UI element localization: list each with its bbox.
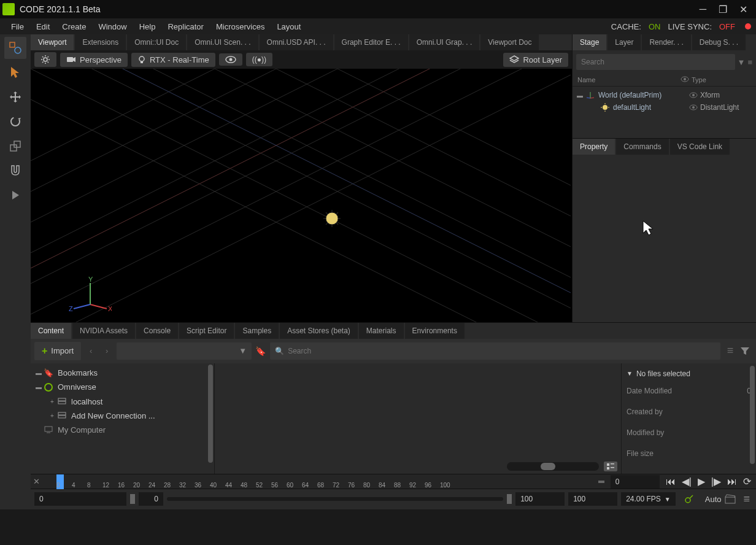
- range-handle-end[interactable]: [507, 494, 512, 504]
- play-button[interactable]: ▶: [698, 476, 705, 487]
- nav-back[interactable]: ‹: [85, 346, 97, 355]
- tab-environments[interactable]: Environments: [405, 323, 465, 339]
- details-header[interactable]: ▼ No files selected: [622, 367, 756, 381]
- nav-forward[interactable]: ›: [101, 346, 113, 355]
- tool-play[interactable]: [4, 184, 26, 206]
- nav-localhost[interactable]: + localhost: [31, 395, 214, 409]
- axis-gizmo[interactable]: X Y Z: [69, 277, 112, 314]
- close-button[interactable]: ✕: [739, 4, 747, 15]
- tab-script-editor[interactable]: Script Editor: [179, 323, 234, 339]
- content-search[interactable]: 🔍: [270, 342, 720, 360]
- maximize-button[interactable]: ❐: [719, 4, 727, 15]
- menu-create[interactable]: Create: [56, 22, 92, 31]
- thumbnail-zoom-slider[interactable]: [507, 462, 599, 471]
- menu-replicator[interactable]: Replicator: [161, 22, 210, 31]
- tab-layer[interactable]: Layer: [608, 34, 641, 50]
- timeline-close-icon[interactable]: ✕: [33, 477, 40, 486]
- viewport-settings-button[interactable]: [34, 52, 56, 67]
- tab-omni-ui-doc[interactable]: Omni::UI Doc: [127, 34, 186, 50]
- expand-icon[interactable]: ▬: [576, 92, 584, 99]
- menu-microservices[interactable]: Microservices: [210, 22, 271, 31]
- light-gizmo[interactable]: [322, 209, 342, 228]
- menu-edit[interactable]: Edit: [30, 22, 56, 31]
- nav-omniverse[interactable]: ▬ Omniverse: [31, 380, 214, 395]
- skip-start-button[interactable]: ⏮: [666, 476, 676, 487]
- tab-commands[interactable]: Commands: [616, 139, 668, 155]
- tool-move[interactable]: [4, 86, 26, 108]
- tab-omni-ui-graph[interactable]: Omni.UI Grap. . .: [409, 34, 480, 50]
- tab-console[interactable]: Console: [136, 323, 178, 339]
- menu-file[interactable]: File: [5, 22, 30, 31]
- timeline-options-icon[interactable]: ≡: [743, 493, 750, 506]
- tab-viewport[interactable]: Viewport: [31, 34, 74, 50]
- tab-graph-editor[interactable]: Graph Editor E. . .: [334, 34, 408, 50]
- view-mode-button[interactable]: [604, 462, 617, 471]
- path-combo[interactable]: ▼: [117, 342, 252, 360]
- scrollbar-thumb[interactable]: [208, 365, 213, 463]
- eye-icon[interactable]: [689, 92, 700, 98]
- tab-extensions[interactable]: Extensions: [75, 34, 126, 50]
- root-layer-button[interactable]: Root Layer: [503, 53, 568, 67]
- tree-row-light[interactable]: defaultLight DistantLight: [573, 101, 756, 114]
- minimize-button[interactable]: ─: [700, 4, 706, 15]
- menu-layout[interactable]: Layout: [271, 22, 307, 31]
- collapse-icon[interactable]: ▬: [34, 369, 43, 376]
- tab-viewport-doc[interactable]: Viewport Doc: [480, 34, 539, 50]
- current-frame-input[interactable]: [611, 475, 660, 489]
- expand-icon[interactable]: +: [48, 412, 56, 419]
- tool-rotate[interactable]: [4, 110, 26, 133]
- menu-window[interactable]: Window: [92, 22, 133, 31]
- tab-omni-usd-api[interactable]: Omni.USD API. . .: [260, 34, 333, 50]
- start2-input[interactable]: [139, 492, 163, 506]
- keyframe-button[interactable]: [684, 494, 694, 504]
- step-forward-button[interactable]: |▶: [711, 476, 721, 487]
- tab-materials[interactable]: Materials: [359, 323, 404, 339]
- content-search-input[interactable]: [288, 347, 716, 355]
- range-end-input[interactable]: [515, 492, 565, 506]
- tab-asset-stores[interactable]: Asset Stores (beta): [280, 323, 358, 339]
- collapse-icon[interactable]: ▬: [34, 384, 43, 390]
- auto-label[interactable]: Auto: [705, 495, 722, 504]
- range-track[interactable]: [167, 497, 503, 501]
- streaming-toggle[interactable]: ((●)): [246, 53, 272, 66]
- clapperboard-icon[interactable]: [725, 494, 736, 504]
- filter-icon[interactable]: ▼: [738, 58, 746, 67]
- renderer-select[interactable]: RTX - Real-Time: [131, 53, 215, 67]
- scrollbar-thumb[interactable]: [750, 366, 755, 464]
- viewport-canvas[interactable]: X Y Z: [31, 69, 572, 322]
- end2-input[interactable]: [568, 492, 617, 506]
- view-options[interactable]: ≡: [724, 344, 736, 357]
- range-handle-start[interactable]: [130, 494, 135, 504]
- visibility-toggle[interactable]: [219, 53, 242, 66]
- menu-help[interactable]: Help: [133, 22, 162, 31]
- tool-snap[interactable]: [4, 160, 26, 182]
- content-grid[interactable]: [215, 363, 621, 474]
- camera-select[interactable]: Perspective: [60, 53, 128, 67]
- bookmark-button[interactable]: 🔖: [255, 346, 266, 356]
- tab-debug[interactable]: Debug S. . .: [692, 34, 746, 50]
- nav-bookmarks[interactable]: ▬ 🔖 Bookmarks: [31, 366, 214, 380]
- loop-button[interactable]: ⟳: [743, 476, 751, 487]
- nav-add-connection[interactable]: + Add New Connection ...: [31, 409, 214, 423]
- tab-vscode[interactable]: VS Code Link: [670, 139, 730, 155]
- tool-cursor[interactable]: [4, 61, 26, 83]
- tab-samples[interactable]: Samples: [235, 323, 279, 339]
- range-start-input[interactable]: [34, 492, 126, 506]
- tab-stage[interactable]: Stage: [573, 34, 606, 50]
- step-back-button[interactable]: ◀|: [682, 476, 692, 487]
- tool-scale[interactable]: [4, 135, 26, 157]
- tab-nvidia-assets[interactable]: NVIDIA Assets: [72, 323, 135, 339]
- tool-select[interactable]: [4, 37, 26, 59]
- expand-icon[interactable]: +: [48, 398, 56, 405]
- tree-row-world[interactable]: ▬ World (defaultPrim) Xform: [573, 89, 756, 101]
- stage-search-input[interactable]: [576, 54, 735, 70]
- tab-property[interactable]: Property: [573, 139, 615, 155]
- fps-select[interactable]: 24.00 FPS ▼: [621, 492, 676, 506]
- timeline-ruler[interactable]: ✕ 04812162024283236404448525660646872768…: [31, 474, 756, 489]
- zoom-out-icon[interactable]: [598, 481, 604, 483]
- options-icon[interactable]: ≡: [747, 58, 752, 67]
- tab-omni-ui-scene[interactable]: Omni.UI Scen. . .: [187, 34, 258, 50]
- tab-render[interactable]: Render. . .: [642, 34, 690, 50]
- import-button[interactable]: + Import: [34, 342, 81, 360]
- filter-button[interactable]: [740, 347, 752, 355]
